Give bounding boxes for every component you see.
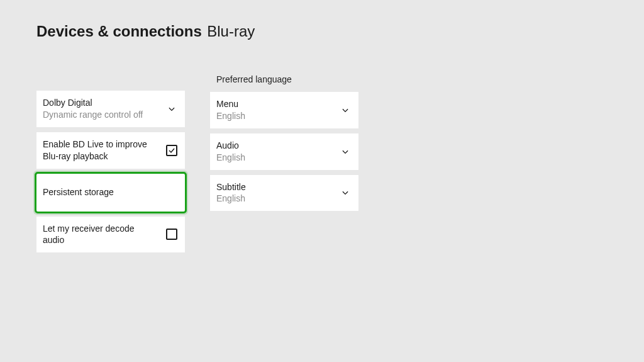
page-header: Devices & connections Blu-ray xyxy=(0,0,644,40)
page-title-sub: Blu-ray xyxy=(207,23,255,40)
chevron-down-icon xyxy=(341,188,350,197)
subtitle-label: Subtitle xyxy=(216,181,331,193)
menu-label: Menu xyxy=(216,98,331,110)
menu-language-dropdown[interactable]: Menu English xyxy=(210,92,358,128)
content-area: Dolby Digital Dynamic range control off … xyxy=(0,40,644,257)
right-column: Preferred language Menu English Audio En… xyxy=(210,74,358,216)
subtitle-language-dropdown[interactable]: Subtitle English xyxy=(210,175,358,212)
bdlive-toggle[interactable]: Enable BD Live to improve Blu-ray playba… xyxy=(36,132,185,169)
checkbox-unchecked-icon xyxy=(166,229,177,240)
preferred-language-label: Preferred language xyxy=(210,74,358,84)
page-title-main: Devices & connections xyxy=(36,23,202,40)
chevron-down-icon xyxy=(341,147,350,156)
chevron-down-icon xyxy=(167,105,176,113)
dolby-value: Dynamic range control off xyxy=(43,109,157,121)
audio-language-dropdown[interactable]: Audio English xyxy=(210,133,358,170)
chevron-down-icon xyxy=(341,106,350,115)
bdlive-label: Enable BD Live to improve Blu-ray playba… xyxy=(43,139,157,162)
receiver-label: Let my receiver decode audio xyxy=(43,223,157,247)
persistent-storage-button[interactable]: Persistent storage xyxy=(36,174,185,212)
persistent-label: Persistent storage xyxy=(43,186,157,198)
audio-label: Audio xyxy=(216,140,331,152)
subtitle-value: English xyxy=(216,193,331,205)
left-column: Dolby Digital Dynamic range control off … xyxy=(36,74,185,257)
dolby-digital-dropdown[interactable]: Dolby Digital Dynamic range control off xyxy=(36,91,185,127)
dolby-label: Dolby Digital xyxy=(43,97,157,109)
receiver-decode-toggle[interactable]: Let my receiver decode audio xyxy=(36,217,185,253)
checkbox-checked-icon xyxy=(166,145,177,156)
menu-value: English xyxy=(216,110,331,122)
audio-value: English xyxy=(216,152,331,164)
left-spacer xyxy=(36,74,185,91)
